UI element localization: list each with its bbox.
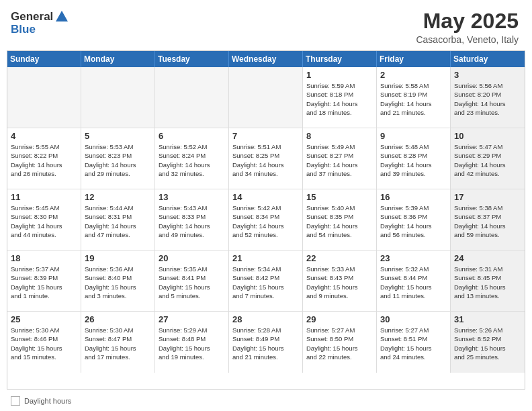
cell-info-4-5: Sunrise: 5:33 AM Sunset: 8:43 PM Dayligh… [306,265,373,300]
cell-info-5-6: Sunrise: 5:27 AM Sunset: 8:51 PM Dayligh… [380,326,447,361]
day-number-15: 15 [306,192,373,202]
logo: General Blue [11,9,69,36]
page: General Blue May 2025 Casacorba, Veneto,… [0,0,532,411]
calendar-cell-1-1 [7,67,81,128]
week-row-4: 18Sunrise: 5:37 AM Sunset: 8:39 PM Dayli… [7,250,525,312]
day-number-21: 21 [232,253,299,263]
day-header-friday: Friday [377,51,451,67]
calendar-cell-2-2: 5Sunrise: 5:53 AM Sunset: 8:23 PM Daylig… [81,128,155,189]
day-number-13: 13 [159,192,225,202]
cell-info-4-3: Sunrise: 5:35 AM Sunset: 8:41 PM Dayligh… [159,265,225,300]
cell-info-1-5: Sunrise: 5:59 AM Sunset: 8:18 PM Dayligh… [306,81,373,117]
logo-general-text: General [11,10,53,24]
cell-info-5-2: Sunrise: 5:30 AM Sunset: 8:47 PM Dayligh… [85,326,151,361]
day-number-6: 6 [159,131,225,141]
calendar-cell-2-4: 7Sunrise: 5:51 AM Sunset: 8:25 PM Daylig… [229,128,303,189]
cell-info-1-6: Sunrise: 5:58 AM Sunset: 8:19 PM Dayligh… [380,81,447,117]
day-number-25: 25 [11,314,77,324]
calendar-cell-4-4: 21Sunrise: 5:34 AM Sunset: 8:42 PM Dayli… [229,250,303,311]
title-block: May 2025 Casacorba, Veneto, Italy [416,9,519,45]
cell-info-4-7: Sunrise: 5:31 AM Sunset: 8:45 PM Dayligh… [454,265,521,300]
footer: Daylight hours [0,394,532,411]
calendar-cell-4-1: 18Sunrise: 5:37 AM Sunset: 8:39 PM Dayli… [7,250,81,311]
cell-info-3-4: Sunrise: 5:42 AM Sunset: 8:34 PM Dayligh… [232,203,299,239]
calendar-cell-1-6: 2Sunrise: 5:58 AM Sunset: 8:19 PM Daylig… [377,67,451,128]
cell-info-5-5: Sunrise: 5:27 AM Sunset: 8:50 PM Dayligh… [306,326,373,361]
calendar-cell-3-7: 17Sunrise: 5:38 AM Sunset: 8:37 PM Dayli… [451,189,525,250]
day-number-29: 29 [306,314,373,324]
day-header-tuesday: Tuesday [155,51,229,67]
week-row-2: 4Sunrise: 5:55 AM Sunset: 8:22 PM Daylig… [7,128,525,189]
calendar-cell-4-3: 20Sunrise: 5:35 AM Sunset: 8:41 PM Dayli… [155,250,229,311]
cell-info-2-7: Sunrise: 5:47 AM Sunset: 8:29 PM Dayligh… [454,142,521,178]
week-row-5: 25Sunrise: 5:30 AM Sunset: 8:46 PM Dayli… [7,312,525,373]
calendar-cell-2-5: 8Sunrise: 5:49 AM Sunset: 8:27 PM Daylig… [303,128,377,189]
calendar-cell-3-1: 11Sunrise: 5:45 AM Sunset: 8:30 PM Dayli… [7,189,81,250]
legend-label-daylight: Daylight hours [24,397,71,405]
cell-info-3-7: Sunrise: 5:38 AM Sunset: 8:37 PM Dayligh… [454,203,521,239]
calendar-cell-3-4: 14Sunrise: 5:42 AM Sunset: 8:34 PM Dayli… [229,189,303,250]
calendar-cell-4-7: 24Sunrise: 5:31 AM Sunset: 8:45 PM Dayli… [451,250,525,311]
day-number-12: 12 [85,192,151,202]
legend-color-daylight [11,396,20,406]
calendar-cell-5-2: 26Sunrise: 5:30 AM Sunset: 8:47 PM Dayli… [81,312,155,373]
calendar-cell-2-1: 4Sunrise: 5:55 AM Sunset: 8:22 PM Daylig… [7,128,81,189]
day-number-4: 4 [11,131,77,141]
cell-info-5-7: Sunrise: 5:26 AM Sunset: 8:52 PM Dayligh… [454,326,521,361]
calendar-cell-4-5: 22Sunrise: 5:33 AM Sunset: 8:43 PM Dayli… [303,250,377,311]
day-number-20: 20 [159,253,225,263]
cell-info-2-4: Sunrise: 5:51 AM Sunset: 8:25 PM Dayligh… [232,142,299,178]
day-number-17: 17 [454,192,521,202]
cell-info-3-1: Sunrise: 5:45 AM Sunset: 8:30 PM Dayligh… [11,203,77,239]
calendar-cell-3-3: 13Sunrise: 5:43 AM Sunset: 8:33 PM Dayli… [155,189,229,250]
week-row-1: 1Sunrise: 5:59 AM Sunset: 8:18 PM Daylig… [7,67,525,128]
cell-info-5-1: Sunrise: 5:30 AM Sunset: 8:46 PM Dayligh… [11,326,77,361]
cell-info-4-1: Sunrise: 5:37 AM Sunset: 8:39 PM Dayligh… [11,265,77,300]
cell-info-2-5: Sunrise: 5:49 AM Sunset: 8:27 PM Dayligh… [306,142,373,178]
calendar-cell-1-5: 1Sunrise: 5:59 AM Sunset: 8:18 PM Daylig… [303,67,377,128]
calendar-cell-2-3: 6Sunrise: 5:52 AM Sunset: 8:24 PM Daylig… [155,128,229,189]
day-number-2: 2 [380,70,447,80]
day-number-27: 27 [159,314,225,324]
calendar-header: Sunday Monday Tuesday Wednesday Thursday… [7,51,525,67]
day-number-24: 24 [454,253,521,263]
calendar-cell-4-2: 19Sunrise: 5:36 AM Sunset: 8:40 PM Dayli… [81,250,155,311]
cell-info-2-6: Sunrise: 5:48 AM Sunset: 8:28 PM Dayligh… [380,142,447,178]
legend-item-daylight: Daylight hours [11,396,71,406]
logo-blue-text: Blue [11,23,69,36]
day-header-saturday: Saturday [451,51,525,67]
cell-info-4-2: Sunrise: 5:36 AM Sunset: 8:40 PM Dayligh… [85,265,151,300]
calendar-cell-5-1: 25Sunrise: 5:30 AM Sunset: 8:46 PM Dayli… [7,312,81,373]
day-header-wednesday: Wednesday [229,51,303,67]
week-row-3: 11Sunrise: 5:45 AM Sunset: 8:30 PM Dayli… [7,189,525,250]
header: General Blue May 2025 Casacorba, Veneto,… [0,0,532,50]
day-number-7: 7 [232,131,299,141]
day-number-5: 5 [85,131,151,141]
cell-info-2-2: Sunrise: 5:53 AM Sunset: 8:23 PM Dayligh… [85,142,151,178]
day-number-31: 31 [454,314,521,324]
day-number-16: 16 [380,192,447,202]
cell-info-3-5: Sunrise: 5:40 AM Sunset: 8:35 PM Dayligh… [306,203,373,239]
day-number-10: 10 [454,131,521,141]
day-number-26: 26 [85,314,151,324]
calendar-cell-1-4 [229,67,303,128]
day-header-thursday: Thursday [303,51,377,67]
calendar-cell-3-2: 12Sunrise: 5:44 AM Sunset: 8:31 PM Dayli… [81,189,155,250]
cell-info-5-4: Sunrise: 5:28 AM Sunset: 8:49 PM Dayligh… [232,326,299,361]
day-number-28: 28 [232,314,299,324]
calendar-cell-1-7: 3Sunrise: 5:56 AM Sunset: 8:20 PM Daylig… [451,67,525,128]
calendar-cell-5-3: 27Sunrise: 5:29 AM Sunset: 8:48 PM Dayli… [155,312,229,373]
day-number-3: 3 [454,70,521,80]
calendar-cell-2-6: 9Sunrise: 5:48 AM Sunset: 8:28 PM Daylig… [377,128,451,189]
day-number-11: 11 [11,192,77,202]
calendar-cell-5-6: 30Sunrise: 5:27 AM Sunset: 8:51 PM Dayli… [377,312,451,373]
calendar-cell-5-5: 29Sunrise: 5:27 AM Sunset: 8:50 PM Dayli… [303,312,377,373]
calendar-cell-5-7: 31Sunrise: 5:26 AM Sunset: 8:52 PM Dayli… [451,312,525,373]
cell-info-4-4: Sunrise: 5:34 AM Sunset: 8:42 PM Dayligh… [232,265,299,300]
month-year: May 2025 [416,9,519,33]
location: Casacorba, Veneto, Italy [416,34,519,45]
cell-info-2-3: Sunrise: 5:52 AM Sunset: 8:24 PM Dayligh… [159,142,225,178]
day-number-19: 19 [85,253,151,263]
day-number-1: 1 [306,70,373,80]
cell-info-3-3: Sunrise: 5:43 AM Sunset: 8:33 PM Dayligh… [159,203,225,239]
